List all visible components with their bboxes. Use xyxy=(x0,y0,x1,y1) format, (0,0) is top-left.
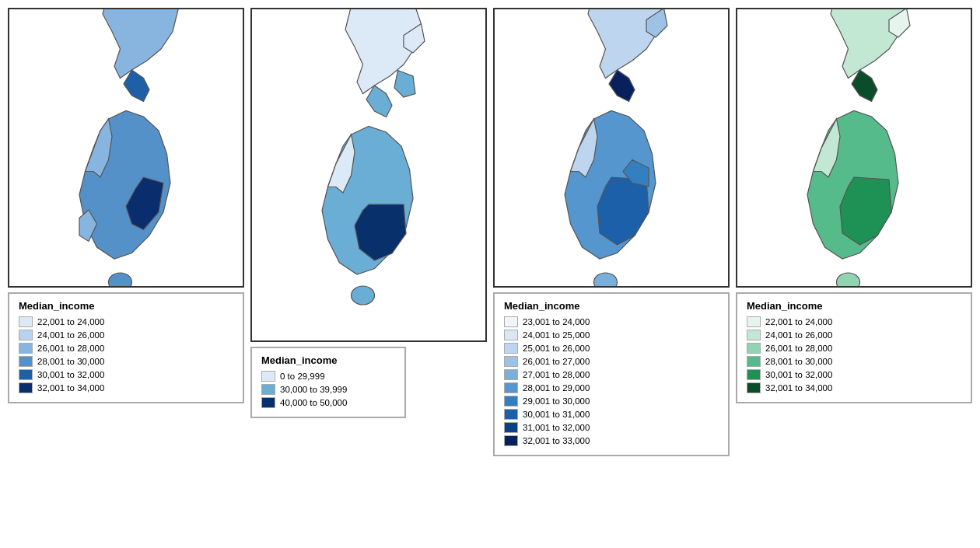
legend-range-label: 24,001 to 26,000 xyxy=(37,330,104,340)
legend-item: 30,000 to 39,999 xyxy=(261,384,395,395)
legend-swatch xyxy=(19,356,33,367)
legend-range-label: 28,001 to 29,000 xyxy=(523,383,590,393)
legend-range-label: 26,001 to 28,000 xyxy=(765,344,832,353)
map-2 xyxy=(250,8,487,342)
legend-3-title: Median_income xyxy=(504,300,719,312)
legend-item: 28,001 to 30,000 xyxy=(19,356,233,367)
legend-item: 25,001 to 26,000 xyxy=(504,343,719,354)
legend-swatch xyxy=(504,369,518,380)
legend-swatch xyxy=(747,369,761,380)
legend-range-label: 30,001 to 32,000 xyxy=(765,370,832,379)
legend-item: 28,001 to 29,000 xyxy=(504,382,719,393)
svg-marker-22 xyxy=(597,177,649,245)
legend-2-title: Median_income xyxy=(261,354,395,366)
panel-1: Median_income 22,001 to 24,00024,001 to … xyxy=(8,8,244,540)
legend-item: 30,001 to 32,000 xyxy=(747,369,961,380)
legend-item: 24,001 to 25,000 xyxy=(504,330,719,340)
legend-swatch xyxy=(504,316,518,327)
legend-range-label: 22,001 to 24,000 xyxy=(765,317,832,326)
legend-range-label: 29,001 to 30,000 xyxy=(523,396,590,406)
legend-swatch xyxy=(504,435,518,446)
legend-range-label: 32,001 to 34,000 xyxy=(765,383,832,393)
legend-range-label: 26,001 to 28,000 xyxy=(37,344,104,353)
legend-range-label: 23,001 to 24,000 xyxy=(523,317,590,326)
legend-item: 32,001 to 34,000 xyxy=(19,382,233,393)
svg-point-25 xyxy=(594,273,618,288)
legend-swatch xyxy=(747,382,761,393)
legend-item: 0 to 29,999 xyxy=(261,371,395,382)
legend-4-title: Median_income xyxy=(747,300,961,312)
legend-swatch xyxy=(747,330,761,340)
legend-4-items: 22,001 to 24,00024,001 to 26,00026,001 t… xyxy=(747,316,961,393)
legend-3: Median_income 23,001 to 24,00024,001 to … xyxy=(493,292,730,456)
svg-point-6 xyxy=(109,273,132,288)
legend-item: 26,001 to 28,000 xyxy=(747,343,961,354)
legend-swatch xyxy=(261,371,275,382)
legend-swatch xyxy=(504,396,518,407)
legend-item: 30,001 to 32,000 xyxy=(19,369,233,380)
legend-range-label: 25,001 to 26,000 xyxy=(523,344,590,353)
legend-range-label: 40,000 to 50,000 xyxy=(280,398,347,407)
svg-marker-20 xyxy=(609,70,635,102)
legend-range-label: 27,001 to 28,000 xyxy=(523,370,590,379)
legend-item: 23,001 to 24,000 xyxy=(504,316,719,327)
legend-item: 40,000 to 50,000 xyxy=(261,397,395,408)
legend-swatch xyxy=(747,343,761,354)
map-1 xyxy=(8,8,244,288)
legend-item: 24,001 to 26,000 xyxy=(19,330,233,340)
legend-swatch xyxy=(747,316,761,327)
legend-2: Median_income 0 to 29,99930,000 to 39,99… xyxy=(250,347,406,418)
legend-swatch xyxy=(504,330,518,340)
legend-range-label: 22,001 to 24,000 xyxy=(37,317,104,326)
legend-range-label: 0 to 29,999 xyxy=(280,372,325,381)
legend-range-label: 24,001 to 25,000 xyxy=(523,330,590,340)
legend-range-label: 30,000 to 39,999 xyxy=(280,385,347,394)
legend-swatch xyxy=(504,409,518,420)
main-container: Median_income 22,001 to 24,00024,001 to … xyxy=(0,0,980,548)
legend-range-label: 24,001 to 26,000 xyxy=(765,330,832,340)
legend-item: 22,001 to 24,000 xyxy=(19,316,233,327)
legend-item: 27,001 to 28,000 xyxy=(504,369,719,380)
legend-range-label: 31,001 to 32,000 xyxy=(523,423,590,432)
legend-swatch xyxy=(504,343,518,354)
legend-1-title: Median_income xyxy=(19,300,233,312)
legend-swatch xyxy=(504,382,518,393)
legend-range-label: 30,001 to 31,000 xyxy=(523,410,590,419)
legend-swatch xyxy=(19,382,33,393)
legend-swatch xyxy=(261,384,275,395)
svg-point-16 xyxy=(352,286,375,305)
legend-swatch xyxy=(19,316,33,327)
legend-item: 26,001 to 27,000 xyxy=(504,356,719,367)
svg-marker-31 xyxy=(840,177,891,245)
svg-marker-2 xyxy=(124,70,149,102)
legend-swatch xyxy=(261,397,275,408)
legend-item: 28,001 to 30,000 xyxy=(747,356,961,367)
legend-swatch xyxy=(19,330,33,340)
panel-4: Median_income 22,001 to 24,00024,001 to … xyxy=(736,8,972,540)
legend-swatch xyxy=(19,343,33,354)
legend-range-label: 30,001 to 32,000 xyxy=(37,370,104,379)
legend-range-label: 28,001 to 30,000 xyxy=(765,357,832,366)
panel-3: Median_income 23,001 to 24,00024,001 to … xyxy=(493,8,730,540)
svg-marker-12 xyxy=(366,86,392,117)
legend-swatch xyxy=(504,356,518,367)
legend-item: 22,001 to 24,000 xyxy=(747,316,961,327)
legend-range-label: 32,001 to 34,000 xyxy=(37,383,104,393)
svg-marker-11 xyxy=(394,70,415,97)
legend-1-items: 22,001 to 24,00024,001 to 26,00026,001 t… xyxy=(19,316,233,393)
svg-point-33 xyxy=(837,273,860,288)
legend-item: 32,001 to 34,000 xyxy=(747,382,961,393)
legend-item: 24,001 to 26,000 xyxy=(747,330,961,340)
svg-marker-29 xyxy=(852,70,877,102)
legend-range-label: 28,001 to 30,000 xyxy=(37,357,104,366)
legend-item: 29,001 to 30,000 xyxy=(504,396,719,407)
legend-item: 26,001 to 28,000 xyxy=(19,343,233,354)
legend-2-items: 0 to 29,99930,000 to 39,99940,000 to 50,… xyxy=(261,371,395,408)
legend-3-items: 23,001 to 24,00024,001 to 25,00025,001 t… xyxy=(504,316,719,446)
map-4 xyxy=(736,8,972,288)
legend-swatch xyxy=(19,369,33,380)
legend-range-label: 26,001 to 27,000 xyxy=(523,357,590,366)
map-3 xyxy=(493,8,730,288)
svg-marker-0 xyxy=(103,8,179,78)
nz-map-svg-2 xyxy=(252,8,485,342)
